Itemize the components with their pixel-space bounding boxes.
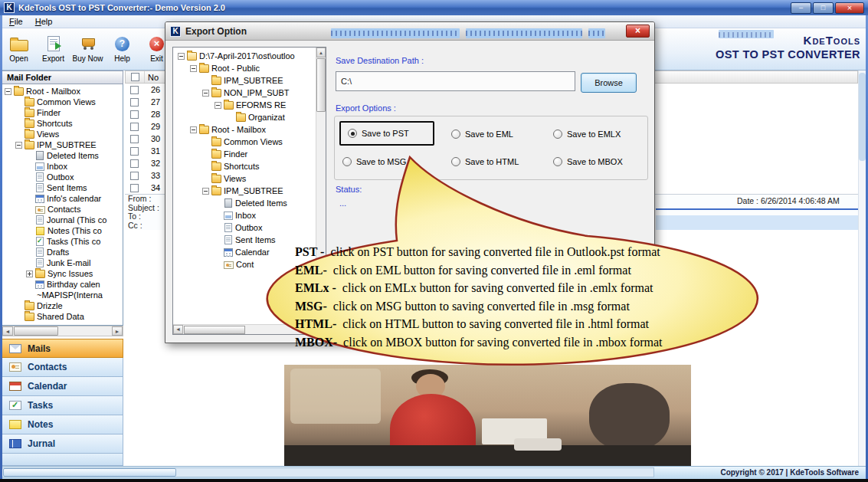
radio-icon[interactable] <box>451 130 460 139</box>
collapse-icon[interactable] <box>190 126 197 133</box>
row-number: 31 <box>143 146 160 156</box>
tree-item-label: Sync Issues <box>47 269 93 278</box>
collapse-icon[interactable] <box>202 90 209 97</box>
tree-item[interactable]: ~MAPISP(Interna <box>2 290 123 300</box>
tree-item[interactable]: Tasks (This co <box>2 236 123 247</box>
folder-icon <box>25 302 34 310</box>
open-button[interactable]: Open <box>2 28 36 70</box>
browse-button[interactable]: Browse <box>581 73 637 93</box>
tree-item[interactable]: Junk E-mail <box>2 257 123 268</box>
radio-icon[interactable] <box>553 130 562 139</box>
tree-item[interactable]: Finder <box>2 107 123 118</box>
export-button[interactable]: Export <box>36 28 70 70</box>
row-checkbox[interactable] <box>130 110 139 119</box>
scrollbar-thumb[interactable] <box>3 468 176 477</box>
mail-folder-tree[interactable]: Root - Mailbox Common Views Finder Short… <box>2 84 123 326</box>
row-checkbox[interactable] <box>130 86 139 94</box>
tree-item[interactable]: Deleted Items <box>2 150 123 161</box>
tree-item[interactable]: EFORMS RE <box>175 99 316 111</box>
minimize-button[interactable] <box>791 2 811 14</box>
scroll-right-icon[interactable]: ► <box>112 326 123 336</box>
collapse-icon[interactable] <box>215 102 221 109</box>
select-all-checkbox[interactable] <box>131 73 139 81</box>
save-to-eml-option[interactable]: Save to EML <box>451 130 513 139</box>
tree-item[interactable]: Root - Public <box>175 62 316 74</box>
dialog-close-button[interactable] <box>626 25 650 38</box>
help-button[interactable]: Help <box>105 28 139 70</box>
maximize-button[interactable] <box>813 2 834 14</box>
tree-item[interactable]: Common Views <box>2 97 123 107</box>
nav-mails[interactable]: Mails <box>2 339 123 358</box>
tree-item[interactable]: NON_IPM_SUBT <box>175 87 316 99</box>
tree-item[interactable]: Drafts <box>2 247 123 257</box>
row-checkbox[interactable] <box>130 98 139 107</box>
tree-item[interactable]: IPM_SUBTREE <box>2 139 123 150</box>
destination-path-input[interactable]: C:\ <box>336 71 575 91</box>
nav-contacts[interactable]: Contacts <box>2 358 123 377</box>
collapse-icon[interactable] <box>202 188 209 195</box>
scroll-left-icon[interactable]: ◄ <box>2 326 13 336</box>
mail-tree-horizontal-scrollbar[interactable]: ◄ ► <box>2 326 123 336</box>
row-checkbox[interactable] <box>130 172 139 180</box>
tree-item-label: Views <box>224 174 246 183</box>
nav-notes[interactable]: Notes <box>2 415 123 434</box>
buy-now-button[interactable]: Buy Now <box>70 28 105 70</box>
journal-nav-icon <box>9 439 21 448</box>
tree-item[interactable]: Root - Mailbox <box>175 123 316 136</box>
tree-item[interactable]: Outbox <box>2 172 123 182</box>
tree-item[interactable]: Sent Items <box>2 182 123 193</box>
save-to-pst-option[interactable]: Save to PST <box>339 121 434 146</box>
scrollbar-thumb[interactable] <box>859 73 866 161</box>
radio-icon[interactable] <box>348 129 357 138</box>
row-number: 34 <box>143 183 160 192</box>
tree-item[interactable]: Shortcuts <box>2 118 123 129</box>
tree-item-label: Notes (This co <box>47 226 102 235</box>
tree-item[interactable]: Sync Issues <box>2 268 123 279</box>
tree-item[interactable]: Organizat <box>175 111 316 123</box>
tree-item[interactable]: Shared Data <box>2 311 123 322</box>
row-checkbox[interactable] <box>130 123 139 131</box>
tree-item[interactable]: Inbox <box>2 161 123 172</box>
menu-file[interactable]: File <box>3 16 29 27</box>
save-to-emlx-option[interactable]: Save to EMLX <box>553 130 621 139</box>
tree-item[interactable]: Contacts <box>2 204 123 215</box>
notes-icon <box>36 227 44 235</box>
collapse-icon[interactable] <box>178 53 185 60</box>
nav-jurnal[interactable]: Jurnal <box>2 434 123 454</box>
tree-item[interactable]: Common Views <box>175 136 316 148</box>
nav-filler <box>2 454 123 466</box>
tree-item[interactable]: Journal (This co <box>2 215 123 225</box>
tree-item[interactable]: Root - Mailbox <box>2 86 123 97</box>
collapse-icon[interactable] <box>190 65 197 72</box>
menu-help[interactable]: Help <box>29 16 59 27</box>
nav-tasks[interactable]: Tasks <box>2 396 123 415</box>
expand-icon[interactable] <box>26 271 33 277</box>
tree-item[interactable]: Drizzle <box>2 300 123 311</box>
tree-item[interactable]: Birthday calen <box>2 279 123 290</box>
nav-calendar[interactable]: Calendar <box>2 377 123 396</box>
collapse-icon[interactable] <box>15 142 22 149</box>
callout-line-label: PST - <box>295 245 324 258</box>
row-checkbox[interactable] <box>130 147 139 156</box>
scroll-left-icon[interactable]: ◄ <box>173 325 183 334</box>
scroll-up-icon[interactable]: ▲ <box>316 48 326 57</box>
scrollbar-thumb[interactable] <box>316 58 326 112</box>
collapse-icon[interactable] <box>5 88 11 95</box>
dialog-logo-icon: K <box>170 26 181 37</box>
scrollbar-thumb[interactable] <box>14 326 58 336</box>
junk-email-icon <box>36 258 44 267</box>
row-checkbox[interactable] <box>130 184 139 192</box>
tree-item[interactable]: Notes (This co <box>2 225 123 236</box>
row-checkbox[interactable] <box>130 135 139 143</box>
tree-item[interactable]: Info's calendar <box>2 193 123 204</box>
folder-icon <box>211 175 221 183</box>
tree-item[interactable]: Views <box>2 129 123 139</box>
open-folder-icon <box>187 52 197 61</box>
exit-button-label: Exit <box>150 54 163 63</box>
scrollbar-thumb[interactable] <box>184 326 245 334</box>
row-checkbox[interactable] <box>130 159 139 168</box>
tree-item[interactable]: D:\7-April-2017\ost\outloo <box>175 50 316 62</box>
close-button[interactable] <box>835 2 864 14</box>
title-bar[interactable]: K KdeTools OST to PST Converter:- Demo V… <box>0 0 868 15</box>
tree-item[interactable]: IPM_SUBTREE <box>175 74 316 87</box>
